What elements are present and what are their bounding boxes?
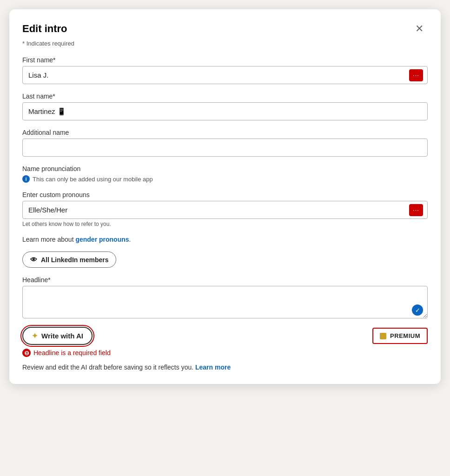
pronouns-input[interactable] [22,201,428,219]
learn-more-suffix: . [129,236,131,243]
first-name-label: First name* [22,56,428,64]
name-pronunciation-label: Name pronunciation [22,165,428,172]
headline-input[interactable] [22,286,428,318]
premium-icon [380,333,386,339]
mobile-note: i This can only be added using our mobil… [22,175,428,183]
close-icon: ✕ [415,23,424,35]
mobile-note-text: This can only be added using our mobile … [33,176,153,183]
first-name-emoji-button[interactable]: ··· [409,69,423,81]
learn-more-pronouns-line: Learn more about gender pronouns. [22,236,428,243]
write-ai-button[interactable]: ✦ Write with AI [22,327,93,345]
eye-icon: 👁 [30,256,37,264]
visibility-label: All LinkedIn members [41,256,108,264]
ai-actions-row: ✦ Write with AI PREMIUM [22,327,428,345]
close-button[interactable]: ✕ [411,20,428,37]
footer-text: Review and edit the AI draft before savi… [22,364,195,371]
first-name-group: First name* ··· [22,56,428,84]
footer-note: Review and edit the AI draft before savi… [22,364,428,371]
premium-label: PREMIUM [390,332,420,339]
additional-name-label: Additional name [22,129,428,136]
error-circle-icon: ⊖ [22,349,31,357]
headline-input-wrap: ✓ [22,286,428,320]
gender-pronouns-link[interactable]: gender pronouns [75,236,129,243]
last-name-input-wrap [22,102,428,120]
first-name-input[interactable] [22,66,428,84]
headline-section: Headline* ✓ [22,276,428,320]
pronouns-label: Enter custom pronouns [22,191,428,198]
pronouns-emoji-dots-icon: ··· [413,206,419,213]
info-icon: i [22,175,30,183]
first-name-input-wrap: ··· [22,66,428,84]
headline-check-icon: ✓ [412,304,423,316]
pronouns-hint: Let others know how to refer to you. [22,221,428,227]
required-note: * Indicates required [22,40,428,47]
error-text: Headline is a required field [33,349,111,357]
name-pronunciation-section: Name pronunciation i This can only be ad… [22,165,428,183]
pronouns-group: Enter custom pronouns ··· Let others kno… [22,191,428,227]
last-name-group: Last name* [22,93,428,120]
edit-intro-modal: Edit intro ✕ * Indicates required First … [9,9,441,384]
headline-error: ⊖ Headline is a required field [22,349,428,357]
check-icon: ✓ [415,307,420,314]
modal-header: Edit intro ✕ [22,20,428,37]
write-ai-label: Write with AI [41,332,83,340]
modal-title: Edit intro [22,23,67,35]
premium-button[interactable]: PREMIUM [372,328,428,344]
emoji-dots-icon: ··· [413,72,419,79]
pronouns-emoji-button[interactable]: ··· [409,204,423,216]
last-name-input[interactable] [22,102,428,120]
visibility-button[interactable]: 👁 All LinkedIn members [22,251,116,268]
headline-label: Headline* [22,276,428,284]
additional-name-input[interactable] [22,139,428,157]
last-name-label: Last name* [22,93,428,100]
footer-learn-more-link[interactable]: Learn more [195,364,231,371]
learn-more-prefix: Learn more about [22,236,75,243]
ai-star-icon: ✦ [32,331,38,340]
pronouns-input-wrap: ··· [22,201,428,219]
additional-name-group: Additional name [22,129,428,157]
